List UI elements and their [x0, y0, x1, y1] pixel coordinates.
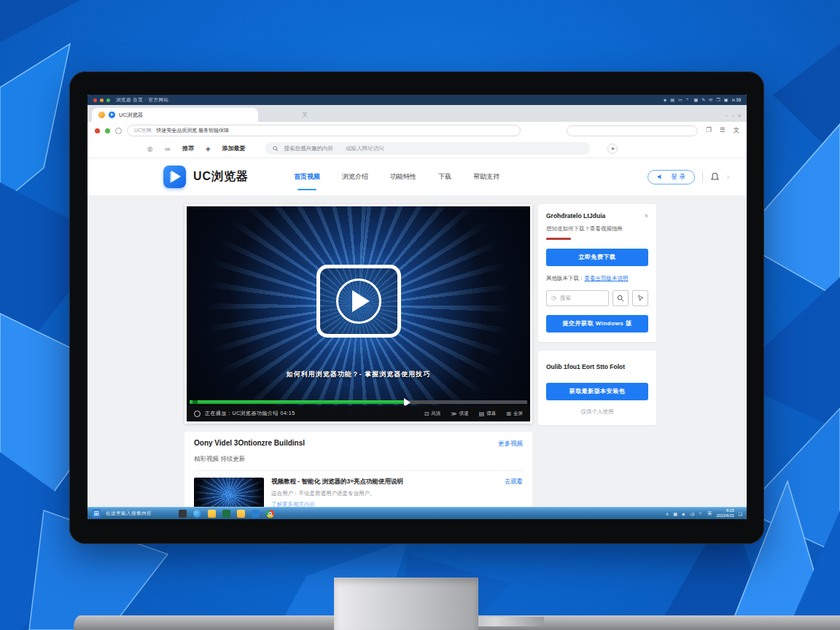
- clock-icon[interactable]: ⅸ ⑽: [731, 97, 741, 104]
- translate-icon[interactable]: 文: [734, 126, 740, 135]
- get-latest-button[interactable]: 获取最新版本安装包: [546, 383, 648, 400]
- extension-icon[interactable]: [105, 128, 110, 133]
- search-icon: [617, 295, 624, 302]
- record-icon[interactable]: [95, 128, 100, 133]
- os-tray-icons[interactable]: ◈ ▤ ▭ ᯤ ▦ ✎ ✉ ❐ ▣ ⅸ ⑽: [664, 97, 741, 104]
- signal-icon[interactable]: ᯤ: [686, 97, 691, 104]
- store-icon[interactable]: [252, 510, 260, 518]
- globe-icon[interactable]: ◈: [664, 97, 667, 104]
- video-item-title[interactable]: 视频教程 - 智能化 浏览器的3+亮点功能使用说明: [271, 478, 497, 486]
- flag-icon[interactable]: ◈: [206, 145, 211, 152]
- video-item-extra-link[interactable]: 了解更多相关内容: [271, 501, 497, 507]
- tab-strip: UC浏览器 又 − ▫ ×: [88, 105, 747, 122]
- folder-icon[interactable]: [237, 510, 245, 518]
- pen-icon[interactable]: ✎: [701, 97, 705, 104]
- play-icon: [352, 290, 370, 312]
- video-caption: 如何利用浏览器功能？- 掌握浏览器使用技巧: [187, 370, 530, 379]
- chevron-up-icon[interactable]: ∧: [666, 511, 669, 516]
- mail-icon[interactable]: ✉: [709, 97, 712, 104]
- excel-icon[interactable]: [222, 510, 230, 518]
- panel-icon[interactable]: ❐: [706, 126, 712, 135]
- history-icon[interactable]: ≔: [164, 145, 171, 152]
- download-button[interactable]: 立即免费下载: [546, 249, 648, 266]
- edge-icon[interactable]: [193, 510, 201, 518]
- shield-icon[interactable]: ◈: [682, 511, 685, 516]
- grid-icon[interactable]: ▦: [673, 511, 677, 516]
- bell-icon[interactable]: [710, 172, 720, 182]
- secondary-search-input[interactable]: [567, 125, 698, 136]
- taskbar-apps: [179, 510, 274, 518]
- nav-item-intro[interactable]: 浏览介绍: [342, 168, 368, 186]
- watch-link[interactable]: 去观看: [505, 478, 524, 486]
- panel-search-input[interactable]: ◷ 搜索: [546, 290, 609, 306]
- bookmark-item-recommend[interactable]: 推荐: [182, 144, 194, 152]
- videos-section-subtitle: 精彩视频 持续更新: [194, 455, 523, 464]
- video-list-item[interactable]: 视频教程 - 智能化 浏览器的3+亮点功能使用说明 适合用户：不论是普通用户还是…: [194, 478, 523, 507]
- download-panel-title: Grohdratelo LtJduia: [546, 212, 605, 220]
- login-button[interactable]: 登 录: [648, 170, 694, 184]
- search-icon: [273, 146, 279, 152]
- play-badge[interactable]: [316, 265, 401, 338]
- minimize-traffic-light[interactable]: [100, 98, 104, 102]
- close-traffic-light[interactable]: [93, 98, 97, 102]
- all-versions-link[interactable]: 查看全部版本说明: [585, 275, 629, 281]
- nav-item-features[interactable]: 功能特性: [390, 168, 416, 186]
- panel-search-button[interactable]: [612, 290, 629, 306]
- uc-favicon-icon: [109, 112, 115, 118]
- menu-icon[interactable]: ☰: [720, 126, 726, 135]
- danmu-button[interactable]: ▤弹幕: [479, 411, 497, 417]
- speed-label: 倍速: [459, 411, 469, 417]
- uc-logo-icon[interactable]: [163, 166, 186, 188]
- video-player[interactable]: 如何利用浏览器功能？- 掌握浏览器使用技巧 正在播放：UC浏览器功能介绍 04:…: [184, 204, 532, 424]
- active-tab[interactable]: UC浏览器: [92, 108, 258, 122]
- reload-icon[interactable]: [115, 128, 122, 134]
- battery-icon[interactable]: ▭: [678, 97, 682, 104]
- bookmark-item-favorites[interactable]: 添加最爱: [222, 144, 245, 152]
- address-bar[interactable]: UC官网 快速安全品质浏览 服务智能保障: [127, 125, 521, 136]
- divider: [702, 171, 703, 183]
- folder-icon[interactable]: [208, 510, 216, 518]
- pointer-button[interactable]: [632, 290, 648, 306]
- notification-icon[interactable]: ❏: [739, 511, 742, 516]
- lang-indicator[interactable]: 英: [707, 510, 712, 517]
- close-icon[interactable]: ×: [640, 212, 648, 219]
- main-column: 如何利用浏览器功能？- 掌握浏览器使用技巧 正在播放：UC浏览器功能介绍 04:…: [184, 204, 532, 507]
- site-nav: 首页视频 浏览介绍 功能特性 下载 帮助支持: [294, 168, 499, 186]
- taskbar-clock[interactable]: 8:23 2023/6/15: [716, 508, 734, 518]
- nav-item-home-video[interactable]: 首页视频: [294, 168, 320, 186]
- voice-search-button[interactable]: ∗: [607, 144, 618, 154]
- fullscreen-label: 全屏: [513, 411, 523, 417]
- volume-icon[interactable]: ◁): [690, 511, 695, 516]
- hd-button[interactable]: ⊡高清: [424, 411, 441, 417]
- address-text: 快速安全品质浏览 服务智能保障: [156, 127, 229, 134]
- screen-icon[interactable]: ▣: [724, 97, 728, 104]
- taskbar-search[interactable]: 在这里输入搜索内容: [106, 510, 152, 517]
- danmu-label: 弹幕: [486, 411, 496, 417]
- nav-item-support[interactable]: 帮助支持: [473, 168, 499, 186]
- fullscreen-button[interactable]: ⊞全屏: [506, 411, 523, 417]
- window-icon[interactable]: ❐: [716, 97, 720, 104]
- progress-track[interactable]: [190, 400, 527, 404]
- logo-triangle: [171, 171, 181, 182]
- layout-icon[interactable]: ▤: [670, 97, 674, 104]
- more-videos-link[interactable]: 更多视频: [498, 440, 523, 448]
- new-tab-button[interactable]: 又: [302, 111, 308, 122]
- network-icon[interactable]: ᯤ: [699, 511, 703, 516]
- app-dark-icon[interactable]: [179, 510, 187, 518]
- cursor-icon: [637, 295, 644, 301]
- page-search-input[interactable]: 搜索您感兴趣的内容 或输入网址访问: [265, 142, 590, 155]
- pin-icon[interactable]: ◎: [147, 145, 152, 152]
- playing-status-icon: [194, 411, 201, 417]
- video-thumbnail[interactable]: [194, 478, 264, 507]
- monitor-stand: [334, 578, 478, 630]
- nav-item-download[interactable]: 下载: [438, 168, 451, 186]
- clock-date: 2023/6/15: [716, 513, 734, 518]
- window-controls[interactable]: − ▫ ×: [725, 113, 742, 122]
- chrome-icon[interactable]: [266, 510, 274, 518]
- grid-icon[interactable]: ▦: [694, 97, 699, 104]
- start-button[interactable]: ⊞: [92, 509, 101, 518]
- speed-button[interactable]: ≫倍速: [451, 411, 468, 417]
- zoom-traffic-light[interactable]: [106, 98, 110, 102]
- submit-download-button[interactable]: 提交并获取 Windows 版: [546, 315, 648, 332]
- chevron-right-icon[interactable]: ›: [727, 173, 729, 181]
